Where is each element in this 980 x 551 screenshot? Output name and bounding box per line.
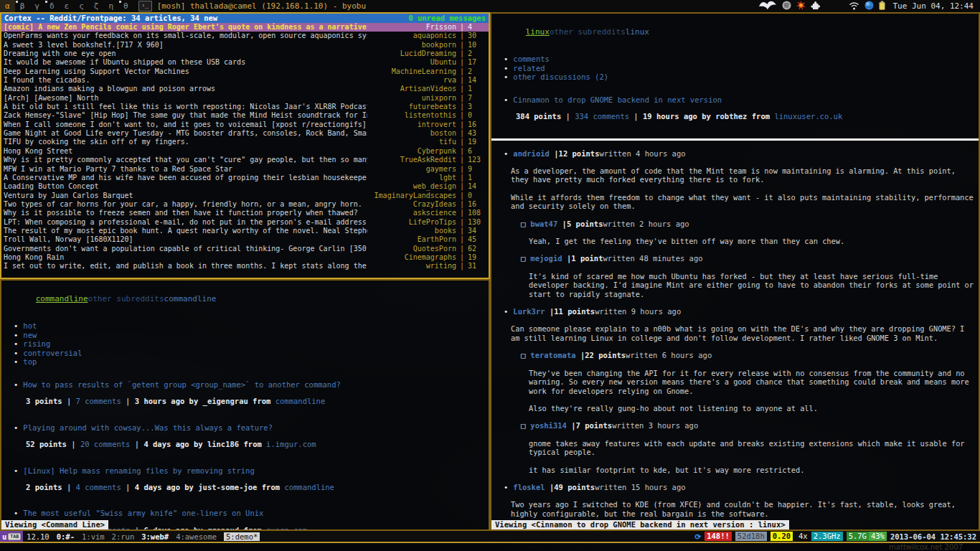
- battery-icon[interactable]: [879, 0, 885, 13]
- comment: •andrioid |12 pointswritten 4 hours agoA…: [491, 149, 979, 211]
- article-subreddit: askscience: [367, 209, 456, 217]
- article-row[interactable]: A Conservative MP and his wife have been…: [1, 174, 489, 182]
- post-title-link[interactable]: [Linux] Help mass renaming files by remo…: [23, 466, 254, 475]
- post-source-link[interactable]: linuxuser.co.uk: [774, 112, 842, 121]
- comment-points: |49 points: [550, 483, 595, 491]
- sort-link[interactable]: rising: [23, 339, 50, 348]
- wifi-icon[interactable]: [849, 0, 859, 13]
- workspace-tag[interactable]: β: [15, 0, 30, 12]
- bullet-icon: •: [504, 72, 508, 81]
- comment-author[interactable]: andrioid: [513, 149, 550, 158]
- subreddit-link[interactable]: commandline: [164, 294, 217, 303]
- tmux-window-item[interactable]: 1:vim: [82, 532, 105, 541]
- article-row[interactable]: Dreaming with one eye openLucidDreaming|…: [1, 50, 489, 58]
- article-row[interactable]: Game Night at Good Life every Tuesday - …: [1, 129, 489, 138]
- article-row[interactable]: Why is it pretty commonly accepted that …: [1, 156, 489, 164]
- article-row[interactable]: Ventura by Juan Carlos BarquetImaginaryL…: [1, 192, 489, 200]
- tmux-window-item[interactable]: 3:web#: [141, 532, 169, 541]
- bird-icon[interactable]: [758, 0, 777, 13]
- article-row[interactable]: OpenFarms wants your feedback on its sma…: [1, 32, 489, 40]
- comment-author[interactable]: bwat47: [530, 220, 557, 228]
- article-row[interactable]: Why is it possible to freeze semen and t…: [1, 209, 489, 217]
- comment-header: •floskel |49 pointswritten 15 hours ago: [491, 483, 979, 491]
- sort-link[interactable]: hot: [23, 321, 37, 330]
- article-row[interactable]: LPT: When composing a professional e-mai…: [1, 218, 489, 227]
- sort-link[interactable]: new: [23, 331, 37, 339]
- workspace-tag[interactable]: η: [103, 0, 118, 12]
- subreddit-name-link[interactable]: linux: [526, 27, 550, 37]
- post-source-link[interactable]: commandline: [284, 483, 334, 491]
- article-row[interactable]: [Arch] [Awesome] Northunixporn|7: [1, 94, 489, 103]
- post-comments-link[interactable]: 7 comments: [76, 397, 121, 405]
- post-time: 19 hours ago by: [643, 112, 715, 121]
- comment-author[interactable]: mejogid: [530, 254, 562, 263]
- post-points: 3 points: [26, 397, 62, 405]
- workspace-tag[interactable]: γ: [29, 0, 44, 12]
- article-row[interactable]: I set out to write, edit, and publish a …: [1, 262, 489, 270]
- comment-author[interactable]: floskel: [513, 483, 545, 491]
- notification-burst-icon[interactable]: [796, 0, 806, 13]
- post-author[interactable]: rrenaud: [207, 526, 239, 531]
- tmux-window-item[interactable]: 4:awesome: [176, 532, 217, 541]
- post-comments-link[interactable]: 334 comments: [575, 112, 629, 121]
- workspace-tag[interactable]: ς: [74, 0, 89, 12]
- article-row[interactable]: The result of my most epic book hunt. A …: [1, 227, 489, 235]
- post-comments-link[interactable]: 4 comments: [76, 483, 121, 491]
- post-author[interactable]: _eigengrau: [203, 397, 248, 405]
- article-row[interactable]: [comic] A new Zen Pencils comic using Ro…: [1, 23, 489, 32]
- article-row[interactable]: TIFU by cooking the skin off of my finge…: [1, 138, 489, 146]
- subreddit-link[interactable]: linux: [626, 27, 649, 37]
- post-title-link[interactable]: Cinnamon to drop GNOME backend in next v…: [513, 95, 722, 104]
- post-author[interactable]: linc186: [207, 440, 239, 448]
- workspace-tag[interactable]: ζ: [89, 0, 104, 12]
- network-globe-icon[interactable]: [864, 0, 874, 13]
- post-source-link[interactable]: quora.com: [266, 526, 307, 531]
- post-title-link[interactable]: How to pass results of `getent group <gr…: [23, 380, 341, 389]
- post-comments-link[interactable]: 20 comments: [80, 440, 131, 448]
- column-separator: |: [460, 147, 464, 156]
- tmux-window-item[interactable]: 0:#-: [57, 532, 75, 541]
- workspace-tag[interactable]: δ: [44, 0, 60, 12]
- spotify-icon[interactable]: [782, 0, 791, 13]
- post-author[interactable]: just-some-joe: [198, 483, 257, 491]
- post-nav-link[interactable]: other discussions (2): [513, 72, 608, 81]
- column-separator: |: [460, 85, 464, 93]
- article-row[interactable]: Zack Hemsey-"Slave" [Hip Hop] The same g…: [1, 111, 489, 120]
- article-row[interactable]: Governments don't want a population capa…: [1, 245, 489, 253]
- workspace-tag[interactable]: ε: [60, 0, 75, 12]
- article-row[interactable]: I found the cicadas.rva|14: [1, 76, 489, 85]
- article-row[interactable]: Hong Kong StreetCyberpunk|6: [1, 147, 489, 156]
- terminal-layout-icon[interactable]: ›_: [138, 1, 152, 11]
- tmux-window-item[interactable]: 2:run: [112, 532, 135, 541]
- article-row[interactable]: Loading Button Conceptweb_design|14: [1, 182, 489, 191]
- post-source-link[interactable]: commandline: [275, 397, 326, 405]
- article-row[interactable]: Amazon indians making a blowgun and pois…: [1, 85, 489, 93]
- sort-link[interactable]: controversial: [23, 349, 82, 357]
- plugin-icon[interactable]: [811, 0, 820, 13]
- comment-author[interactable]: yoshi314: [530, 421, 567, 430]
- article-row[interactable]: It would be awesome if Ubuntu shipped on…: [1, 58, 489, 67]
- post-nav-link[interactable]: related: [513, 64, 545, 72]
- article-row[interactable]: A sweet 3 level bookshelf.[717 X 960]boo…: [1, 41, 489, 50]
- sort-link[interactable]: top: [23, 357, 37, 366]
- comment-author[interactable]: Lurk3rr: [513, 307, 545, 316]
- comment-author[interactable]: teratomata: [530, 351, 575, 359]
- post-source-link[interactable]: i.imgur.com: [266, 440, 316, 448]
- article-row[interactable]: A bit old but i still feel like this is …: [1, 103, 489, 111]
- post-author[interactable]: robthez: [715, 112, 747, 121]
- post-title-link[interactable]: Playing around with cowsay...Was this al…: [23, 423, 273, 432]
- article-row[interactable]: Deep Learning using Support Vector Machi…: [1, 67, 489, 76]
- subreddit-name-link[interactable]: commandline: [36, 294, 88, 303]
- article-row[interactable]: When I call someone I don't want to, and…: [1, 121, 489, 129]
- tmux-window-item[interactable]: 5:demo*: [224, 532, 260, 541]
- post-nav-link[interactable]: comments: [513, 55, 550, 63]
- post-title-link[interactable]: The most useful "Swiss army knife" one-l…: [23, 509, 263, 517]
- article-row[interactable]: Hong Kong RainCinemagraphs|19: [1, 253, 489, 262]
- article-comment-count: 9: [468, 165, 486, 174]
- article-row[interactable]: Two types of car horns for your car, a h…: [1, 200, 489, 209]
- article-comment-count: 123: [468, 156, 486, 164]
- workspace-tag[interactable]: θ: [118, 0, 133, 12]
- workspace-tag[interactable]: α: [0, 0, 15, 12]
- article-row[interactable]: MFW I win at Mario Party 7 thanks to a R…: [1, 165, 489, 174]
- article-row[interactable]: Troll Wall, Norway [1680X1120]EarthPorn|…: [1, 235, 489, 244]
